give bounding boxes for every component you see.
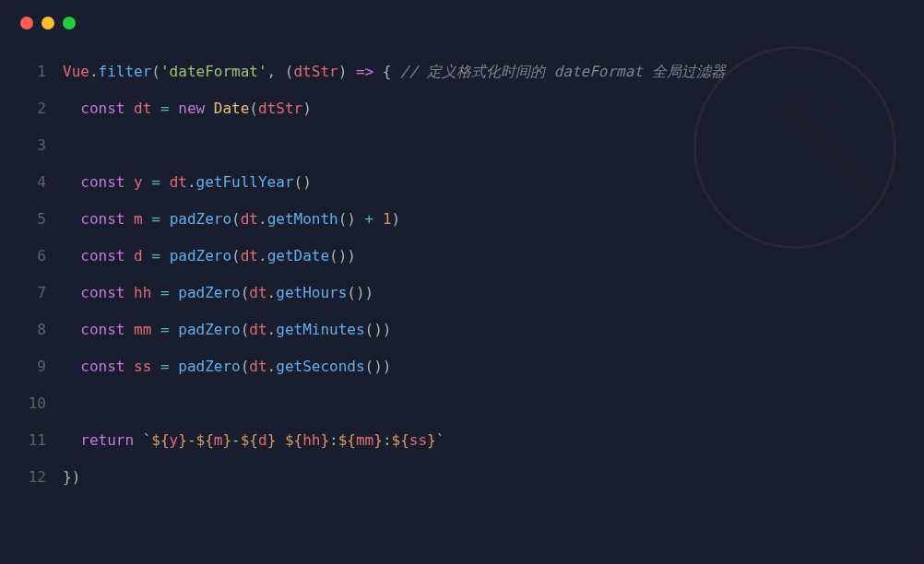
token: ss	[134, 358, 151, 375]
minimize-icon[interactable]	[41, 17, 54, 29]
line-content[interactable]: const y = dt.getFullYear()	[63, 164, 904, 201]
code-line[interactable]: 9 const ss = padZero(dt.getSeconds())	[20, 348, 904, 385]
token: {	[373, 63, 400, 80]
token	[151, 100, 160, 117]
token: Vue	[63, 63, 89, 80]
token: ())	[347, 284, 373, 301]
code-line[interactable]: 4 const y = dt.getFullYear()	[20, 164, 904, 201]
token	[160, 173, 170, 191]
token: getSeconds	[276, 358, 364, 375]
token: (	[249, 100, 258, 117]
line-content[interactable]: Vue.filter('dateFormat', (dtStr) => { //…	[63, 53, 904, 90]
code-line[interactable]: 1Vue.filter('dateFormat', (dtStr) => { /…	[20, 53, 904, 90]
token: -	[187, 431, 196, 449]
line-content[interactable]: const mm = padZero(dt.getMinutes())	[63, 311, 904, 348]
line-content[interactable]: return `${y}-${m}-${d} ${hh}:${mm}:${ss}…	[63, 422, 904, 459]
code-area[interactable]: 1Vue.filter('dateFormat', (dtStr) => { /…	[0, 37, 924, 516]
line-content[interactable]: const d = padZero(dt.getDate())	[63, 238, 904, 275]
line-content[interactable]: const hh = padZero(dt.getHours())	[63, 275, 904, 311]
token: padZero	[170, 247, 231, 264]
line-number: 3	[20, 127, 46, 164]
token: ()	[338, 210, 365, 228]
token: hh	[134, 284, 151, 301]
line-content[interactable]: const ss = padZero(dt.getSeconds())	[63, 348, 904, 385]
token: )	[392, 210, 401, 228]
token	[205, 100, 214, 117]
token: (	[231, 247, 241, 264]
token: , (	[267, 63, 294, 80]
token: return	[80, 431, 134, 449]
token: ${	[196, 431, 214, 449]
token	[124, 358, 134, 375]
line-content[interactable]: })	[63, 459, 904, 496]
token: ${	[285, 431, 302, 449]
token: m	[214, 431, 223, 449]
line-number: 9	[20, 348, 46, 385]
token: .	[267, 358, 277, 375]
token: new	[178, 100, 205, 117]
token: padZero	[178, 284, 240, 301]
code-line[interactable]: 8 const mm = padZero(dt.getMinutes())	[20, 311, 904, 348]
token: dt	[249, 321, 267, 338]
token: }	[178, 431, 187, 449]
token: (	[241, 358, 250, 375]
code-line[interactable]: 11 return `${y}-${m}-${d} ${hh}:${mm}:${…	[20, 422, 904, 459]
token: dtStr	[258, 100, 302, 117]
token: ${	[338, 431, 356, 449]
token: const	[80, 284, 124, 301]
line-number: 1	[20, 53, 46, 90]
token: =>	[356, 63, 373, 80]
token: const	[80, 173, 124, 191]
line-number: 10	[20, 385, 46, 422]
token: :	[383, 431, 392, 449]
token: 'dateFormat'	[160, 63, 267, 80]
token	[124, 321, 134, 338]
token: const	[80, 358, 124, 375]
token: mm	[134, 321, 151, 338]
token: padZero	[178, 321, 240, 338]
token: dt	[241, 210, 258, 228]
token: dt	[134, 100, 151, 117]
token: const	[80, 100, 124, 117]
token: .	[267, 284, 277, 301]
line-content[interactable]: const m = padZero(dt.getMonth() + 1)	[63, 201, 904, 238]
line-number: 6	[20, 238, 46, 275]
line-content[interactable]: const dt = new Date(dtStr)	[63, 90, 904, 127]
code-line[interactable]: 3	[20, 127, 904, 164]
token: filter	[99, 63, 152, 80]
token: ${	[392, 431, 409, 449]
token: y	[170, 431, 179, 449]
token: y	[134, 173, 143, 191]
token: }	[373, 431, 383, 449]
code-line[interactable]: 12})	[20, 459, 904, 496]
token	[151, 321, 160, 338]
token: }	[320, 431, 329, 449]
line-number: 2	[20, 90, 46, 127]
token: d	[134, 247, 143, 264]
token	[134, 431, 143, 449]
close-icon[interactable]	[20, 17, 33, 29]
token	[124, 173, 134, 191]
token	[151, 358, 160, 375]
code-line[interactable]: 2 const dt = new Date(dtStr)	[20, 90, 904, 127]
token: `	[143, 431, 152, 449]
token	[124, 210, 134, 228]
token	[151, 284, 160, 301]
token: }	[427, 431, 436, 449]
token	[170, 321, 179, 338]
code-line[interactable]: 7 const hh = padZero(dt.getHours())	[20, 275, 904, 311]
line-number: 11	[20, 422, 46, 459]
token: ${	[241, 431, 258, 449]
code-line[interactable]: 5 const m = padZero(dt.getMonth() + 1)	[20, 201, 904, 238]
token: ())	[329, 247, 356, 264]
code-line[interactable]: 6 const d = padZero(dt.getDate())	[20, 238, 904, 275]
token: getDate	[267, 247, 329, 264]
token: getHours	[276, 284, 347, 301]
token: =	[151, 247, 160, 264]
token: (	[241, 284, 250, 301]
token: mm	[356, 431, 373, 449]
maximize-icon[interactable]	[63, 17, 76, 29]
token: (	[231, 210, 241, 228]
code-line[interactable]: 10	[20, 385, 904, 422]
token: getFullYear	[196, 173, 294, 191]
